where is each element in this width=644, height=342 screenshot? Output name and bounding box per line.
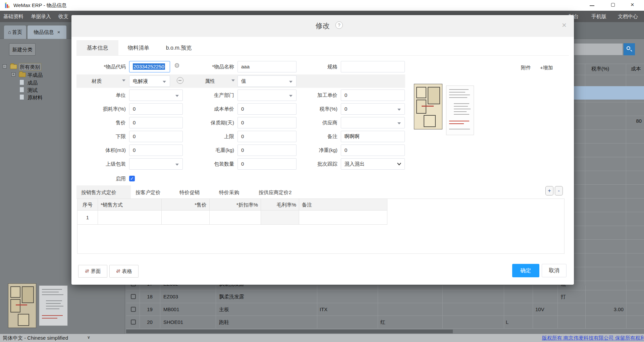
ok-button[interactable]: 确定 [512,264,539,277]
application-window: WeMax ERP - 物品信息 × 基础资料 单据录入 收支 制台 手机版 文… [0,0,644,342]
edit-item-dialog: 修改 ? × 基本信息 物料清单 b.o.m.预览 附件 +增加 *物品代码 2… [71,15,574,285]
language-selector[interactable]: 简体中文 - Chinese simplified [3,335,68,341]
label-prod-dept: 生产部门 [184,90,234,101]
table-row: 19 MB001 主板 ITX 10V 3.00 [126,303,644,316]
item-code-value: 20334252250 [133,63,165,70]
restore-icon[interactable] [611,3,615,7]
tax-rate-select[interactable]: 0 [341,103,405,115]
chevron-down-icon[interactable]: ∨ [87,335,90,340]
remove-attribute-icon[interactable] [177,77,183,84]
tab-pricing-by-supplier[interactable]: 按供应商定价2 [259,185,291,199]
table-row: 20 SHOE01 跑鞋 红 L [126,316,644,329]
supplier-select[interactable] [341,117,405,128]
cell-name: 跑鞋 [219,316,229,329]
col-header-margin[interactable]: 毛利率% [261,199,299,211]
item-code-input[interactable]: 20334252250 [129,61,170,72]
tree-node-test[interactable]: 测试 [28,87,38,94]
menu-item-doc-center[interactable]: 文档中心 [618,11,638,22]
row-checkbox[interactable] [131,320,136,325]
close-window-icon[interactable]: × [631,1,634,8]
scrollbar-thumb[interactable] [126,330,453,333]
tree-node-finished[interactable]: 成品 [28,79,38,86]
cancel-button[interactable]: 取消 [542,264,567,277]
document-thumbnail[interactable] [39,285,68,326]
floorplan-thumbnail[interactable] [414,84,442,129]
enabled-checkbox[interactable]: ✓ [129,176,135,181]
cell-code: SHOE01 [163,316,183,329]
minimize-icon[interactable] [590,5,594,6]
ui-config-button[interactable]: 界面 [78,265,107,278]
col-header-seq[interactable]: 序号 [77,199,98,211]
table-row: 18 EZ003 飘柔洗发露 打 [126,290,644,303]
tab-pricing-by-customer[interactable]: 按客户定价 [136,185,161,199]
row-checkbox[interactable] [131,294,136,299]
tab-basic-info[interactable]: 基本信息 [76,40,118,55]
sell-price-input[interactable]: 0 [129,117,183,128]
volume-input[interactable]: 0 [129,145,183,156]
label-upper-limit: 上限 [184,131,234,142]
add-attachment-button[interactable]: +增加 [540,65,553,71]
collapse-icon[interactable]: − [3,64,7,68]
grid-config-button[interactable]: 表格 [109,265,139,278]
row-remark-cell[interactable] [299,211,387,225]
attribute-value-select[interactable]: 值 [237,75,297,87]
unit-select[interactable] [129,90,183,101]
add-row-button[interactable]: + [545,186,553,195]
expand-icon[interactable]: + [11,72,15,76]
dialog-close-icon[interactable]: × [562,20,567,30]
remark-input[interactable]: 啊啊啊 [341,131,405,142]
gear-icon[interactable]: ⚙ [174,62,180,69]
tab-pricing-by-sales[interactable]: 按销售方式定价 [81,185,116,199]
spec-input[interactable] [341,61,405,72]
tab-bom-list[interactable]: 物料清单 [123,40,154,55]
loss-rate-input[interactable]: 0 [129,103,183,115]
material-value-select[interactable]: 电解液 [129,75,170,87]
copyright-link[interactable]: 版权所有 南京伟麦科技有限公司 保留所有权利 [542,335,644,341]
menu-item-doc-entry[interactable]: 单据录入 [31,11,51,22]
cell-code: MB001 [163,303,179,316]
tab-close-icon[interactable]: × [57,29,60,35]
remove-row-button[interactable]: - [555,186,563,195]
tab-home[interactable]: ⌂首页 [4,25,26,39]
attachment-label[interactable]: 附件 [521,65,531,71]
batch-track-select[interactable]: 混入混出 [341,158,405,170]
document-thumbnail[interactable] [446,86,474,135]
menu-item-income[interactable]: 收支 [58,11,68,22]
col-header-price[interactable]: *售价 [162,199,210,211]
row-sales-mode-cell[interactable] [98,211,162,225]
col-header-sales-mode[interactable]: *销售方式 [98,199,162,211]
material-dropdown[interactable]: 材质 [92,75,102,87]
label-gross-weight: 毛重(kg) [184,145,234,156]
lower-limit-input[interactable]: 0 [129,131,183,142]
tab-special-promo[interactable]: 特价促销 [179,185,200,199]
parent-pack-select[interactable] [129,158,183,170]
column-header-tax-rate[interactable]: 税率(%) [591,66,609,72]
label-enabled: 启用 [76,173,126,184]
tab-bom-preview[interactable]: b.o.m.预览 [160,40,197,55]
row-checkbox[interactable] [131,307,136,312]
search-button[interactable] [624,43,635,55]
search-input[interactable] [574,43,623,55]
cell-num: 20 [140,316,160,329]
floorplan-thumbnail[interactable] [8,283,36,328]
row-discount-cell[interactable] [210,211,261,225]
cell-size: L [506,316,508,329]
tree-node-all-categories[interactable]: 所有类别 [19,63,41,70]
menu-item-base-data[interactable]: 基础资料 [3,11,23,22]
process-price-input[interactable]: 0 [341,90,405,101]
tab-special-purchase[interactable]: 特价采购 [219,185,239,199]
col-header-remark[interactable]: 备注 [299,199,387,211]
net-weight-input[interactable]: 0 [341,145,405,156]
tree-node-semi-finished[interactable]: 半成品 [28,71,43,78]
menu-item-mobile[interactable]: 手机版 [591,11,606,22]
row-price-cell[interactable] [162,211,210,225]
tree-node-raw-material[interactable]: 原材料 [28,94,43,101]
label-shelf-life: 保质期(天) [184,117,234,128]
new-category-button[interactable]: 新建分类 [9,43,36,56]
col-header-discount[interactable]: *折扣率% [210,199,261,211]
attribute-dropdown[interactable]: 属性 [205,75,215,87]
dialog-header: 修改 ? × [71,15,574,37]
tab-item-info[interactable]: 物品信息 × [28,25,66,39]
help-icon[interactable]: ? [335,21,343,29]
column-header-cost[interactable]: 成本 [631,66,641,72]
